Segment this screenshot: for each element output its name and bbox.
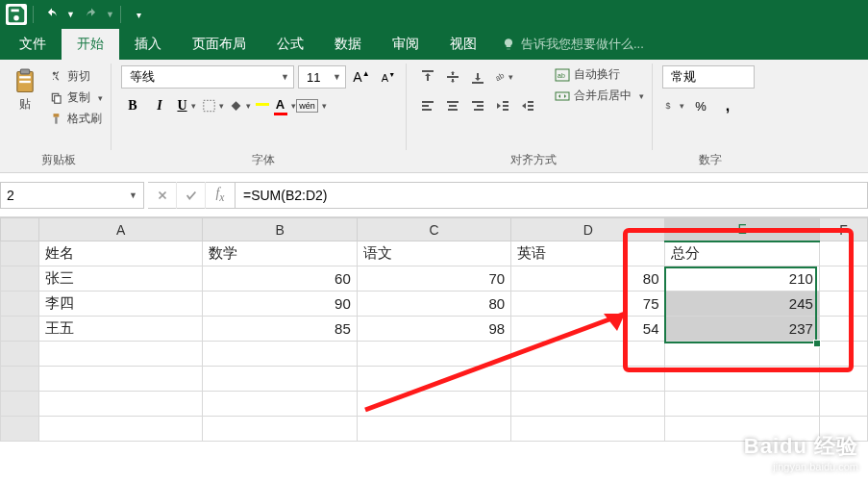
redo-dropdown[interactable]: ▼ xyxy=(106,10,114,19)
cancel-formula-button[interactable] xyxy=(148,182,177,209)
cell[interactable] xyxy=(357,392,510,417)
cell[interactable]: 80 xyxy=(511,266,665,292)
tab-home[interactable]: 开始 xyxy=(62,29,119,60)
customize-qat-button[interactable]: ▾ xyxy=(127,4,152,25)
cell[interactable] xyxy=(357,417,510,442)
currency-button[interactable]: $▾ xyxy=(662,94,685,117)
cell[interactable]: 237 xyxy=(665,317,819,342)
cell[interactable] xyxy=(665,342,819,367)
phonetic-button[interactable]: wén▾ xyxy=(300,94,323,117)
fill-handle[interactable] xyxy=(813,340,821,347)
tab-review[interactable]: 审阅 xyxy=(377,29,434,60)
cell[interactable]: 90 xyxy=(203,292,357,317)
undo-button[interactable] xyxy=(39,4,64,25)
align-middle-button[interactable] xyxy=(441,65,464,89)
cell[interactable] xyxy=(39,417,203,442)
cell[interactable]: 80 xyxy=(357,292,510,317)
cell[interactable] xyxy=(819,392,867,417)
tell-me-search[interactable]: 告诉我您想要做什么... xyxy=(502,29,644,60)
tab-data[interactable]: 数据 xyxy=(319,29,377,60)
align-top-button[interactable] xyxy=(416,65,439,89)
spreadsheet-grid[interactable]: A B C D E F 姓名 数学 语文 英语 总分 张三 60 70 80 2… xyxy=(0,217,868,442)
tab-layout[interactable]: 页面布局 xyxy=(177,29,261,60)
cell[interactable]: 总分 xyxy=(665,241,819,266)
wrap-text-button[interactable]: ab 自动换行 xyxy=(553,65,646,84)
row-header[interactable] xyxy=(1,266,39,292)
cell[interactable] xyxy=(819,342,867,367)
cell[interactable]: 英语 xyxy=(511,241,665,266)
align-bottom-button[interactable] xyxy=(466,65,489,89)
align-center-button[interactable] xyxy=(441,94,464,117)
enter-formula-button[interactable] xyxy=(177,182,206,209)
name-box[interactable]: 2▼ xyxy=(0,182,144,209)
cell[interactable] xyxy=(819,266,867,292)
save-button[interactable] xyxy=(6,4,27,25)
orientation-button[interactable]: ab▾ xyxy=(491,65,514,89)
tab-insert[interactable]: 插入 xyxy=(119,29,177,60)
insert-function-button[interactable]: fx xyxy=(206,182,235,209)
row-header[interactable] xyxy=(1,367,39,392)
percent-button[interactable]: % xyxy=(689,94,712,117)
increase-indent-button[interactable] xyxy=(516,94,539,117)
select-all-corner[interactable] xyxy=(1,218,39,241)
tab-view[interactable]: 视图 xyxy=(434,29,492,60)
tab-file[interactable]: 文件 xyxy=(4,29,62,60)
comma-button[interactable]: , xyxy=(716,94,739,117)
col-header-d[interactable]: D xyxy=(511,218,665,241)
col-header-e[interactable]: E xyxy=(665,218,819,241)
formula-input[interactable]: =SUM(B2:D2) xyxy=(236,182,868,209)
underline-button[interactable]: U▾ xyxy=(175,94,198,117)
merge-center-button[interactable]: 合并后居中▾ xyxy=(553,87,646,105)
cell[interactable] xyxy=(819,292,867,317)
cell[interactable]: 85 xyxy=(203,317,357,342)
cell[interactable]: 张三 xyxy=(39,266,203,292)
copy-button[interactable]: 复制▾ xyxy=(48,89,105,107)
cell[interactable]: 210 xyxy=(665,266,819,292)
cell[interactable]: 语文 xyxy=(357,241,510,266)
cell[interactable] xyxy=(39,392,203,417)
row-header[interactable] xyxy=(1,241,39,266)
cell[interactable] xyxy=(39,367,203,392)
align-left-button[interactable] xyxy=(416,94,439,117)
row-header[interactable] xyxy=(1,392,39,417)
cell[interactable]: 60 xyxy=(203,266,357,292)
cell[interactable]: 数学 xyxy=(203,241,357,266)
cell[interactable] xyxy=(665,392,819,417)
italic-button[interactable]: I xyxy=(148,94,171,117)
cell[interactable]: 54 xyxy=(511,317,665,342)
row-header[interactable] xyxy=(1,342,39,367)
font-color-button[interactable]: A ▾ xyxy=(273,94,296,117)
format-painter-button[interactable]: 格式刷 xyxy=(48,110,105,128)
cell[interactable]: 75 xyxy=(511,292,665,317)
decrease-font-button[interactable]: A▼ xyxy=(377,65,400,89)
cell[interactable] xyxy=(819,367,867,392)
cell[interactable] xyxy=(357,342,510,367)
cell[interactable] xyxy=(819,317,867,342)
cell[interactable] xyxy=(39,342,203,367)
cell[interactable] xyxy=(203,392,357,417)
cell[interactable]: 70 xyxy=(357,266,510,292)
number-format-select[interactable]: 常规 xyxy=(662,65,755,89)
tab-formulas[interactable]: 公式 xyxy=(261,29,319,60)
align-right-button[interactable] xyxy=(466,94,489,117)
cell[interactable] xyxy=(665,367,819,392)
cell[interactable] xyxy=(511,417,665,442)
row-header[interactable] xyxy=(1,417,39,442)
undo-dropdown[interactable]: ▼ xyxy=(66,10,75,19)
borders-button[interactable]: ▾ xyxy=(202,94,225,117)
col-header-f[interactable]: F xyxy=(819,218,867,241)
bold-button[interactable]: B xyxy=(121,94,144,117)
row-header[interactable] xyxy=(1,317,39,342)
cell[interactable] xyxy=(511,342,665,367)
cell[interactable] xyxy=(511,392,665,417)
cell[interactable] xyxy=(819,241,867,266)
cell[interactable]: 王五 xyxy=(39,317,203,342)
cell[interactable] xyxy=(203,417,357,442)
cell[interactable]: 245 xyxy=(665,292,819,317)
cut-button[interactable]: 剪切 xyxy=(48,67,105,86)
cell[interactable]: 姓名 xyxy=(39,241,203,266)
cell[interactable]: 98 xyxy=(357,317,510,342)
font-size-select[interactable]: 11▼ xyxy=(298,65,346,89)
cell[interactable]: 李四 xyxy=(39,292,203,317)
col-header-c[interactable]: C xyxy=(357,218,510,241)
